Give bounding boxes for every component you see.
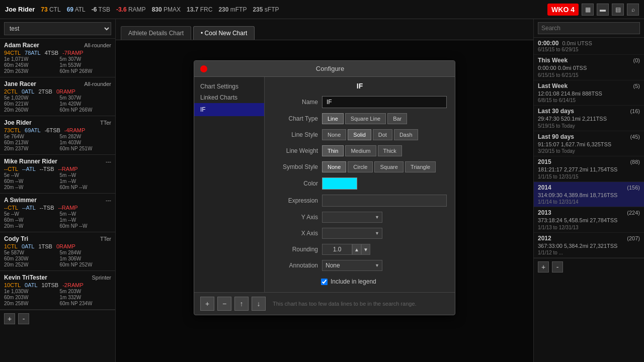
athlete-ctl: --CTL — [4, 166, 18, 172]
symbol-none[interactable]: None — [322, 161, 346, 172]
summary-row[interactable]: 2014 (156) 314:09:30 4,389.8mi 18,716TSS… — [534, 182, 644, 208]
add-right-button[interactable]: + — [538, 261, 549, 273]
metric-item: 1m 553W — [60, 62, 112, 68]
summary-title: 0:00:00 — [538, 40, 558, 47]
modal-content: IF Name Chart Type Line — [265, 77, 455, 292]
athlete-ctl: 1CTL — [4, 243, 18, 249]
y-axis-dropdown[interactable] — [322, 212, 382, 223]
athlete-name: Joe Rider — [5, 6, 35, 13]
athlete-card[interactable]: Mike Runner Rider --- --CTL --ATL --TSB … — [0, 155, 115, 194]
athlete-tsb: 2TSB — [38, 88, 52, 95]
layout-icon-3[interactable]: ▤ — [612, 4, 624, 16]
move-down-button[interactable]: ↓ — [252, 297, 266, 311]
symbol-circle[interactable]: Circle — [348, 161, 373, 172]
athlete-card[interactable]: Cody Tri TTer 1CTL 0ATL 1TSB 0RAMP 5e 58… — [0, 232, 115, 271]
metric-item: 20m 263W — [4, 68, 56, 74]
chart-type-buttons: Line Square Line Bar — [322, 113, 407, 124]
color-row: Color — [273, 177, 447, 190]
add-athlete-button[interactable]: + — [4, 313, 15, 324]
layout-icon-1[interactable]: ▦ — [582, 4, 594, 16]
line-weight-thick[interactable]: Thick — [378, 145, 402, 156]
athlete-atl: 69ATL — [25, 127, 41, 133]
line-weight-medium[interactable]: Medium — [345, 145, 376, 156]
remove-series-button[interactable]: − — [217, 297, 231, 311]
include-legend-checkbox[interactable] — [321, 279, 328, 285]
move-up-button[interactable]: ↑ — [234, 297, 249, 311]
center-panel: Athlete Details Chart • Cool New Chart C… — [116, 19, 533, 362]
metric-item: 1m 332W — [60, 295, 112, 300]
sftp-value: 235 — [253, 6, 263, 13]
color-swatch[interactable] — [322, 177, 357, 190]
athlete-card-name: A Swimmer — [4, 197, 37, 204]
configure-modal: Configure Chart Settings Linked Charts I… — [194, 60, 455, 315]
athlete-card[interactable]: A Swimmer --- --CTL --ATL --TSB --RAMP 5… — [0, 194, 115, 232]
rounding-down-btn[interactable]: ▼ — [361, 244, 370, 255]
linked-charts-item[interactable]: Linked Charts — [194, 92, 264, 103]
athlete-dropdown[interactable]: test — [4, 22, 111, 35]
rounding-input[interactable] — [322, 244, 352, 255]
chart-type-bar[interactable]: Bar — [387, 113, 407, 124]
line-weight-thin[interactable]: Thin — [322, 145, 344, 156]
summary-row[interactable]: 2012 (207) 367:33:00 5,384.2mi 27,321TSS… — [534, 233, 644, 258]
chart-type-row: Chart Type Line Square Line Bar — [273, 113, 447, 124]
mftp-label: mFTP — [230, 6, 247, 13]
summary-row[interactable]: Last Week (5) 12:01:08 214.8mi 888TSS 6/… — [534, 80, 644, 106]
line-style-dash[interactable]: Dash — [394, 129, 418, 140]
mftp-stat: 230 mFTP — [218, 6, 247, 13]
athlete-tsb: 4TSB — [45, 50, 59, 56]
metric-item: 60m NP 252W — [60, 262, 112, 267]
summary-row[interactable]: 2015 (88) 181:21:17 2,277.2mi 11,754TSS … — [534, 156, 644, 182]
modal-close-button[interactable] — [200, 65, 207, 72]
summary-row[interactable]: 0:00:00 0.0mi UTSS 6/15/15 to 6/29/15 — [534, 38, 644, 55]
metric-item: 60m NP 268W — [60, 68, 112, 74]
summary-dates: 6/8/15 to 6/14/15 — [538, 98, 640, 103]
summary-dates: 1/1/15 to 12/31/15 — [538, 174, 640, 179]
summary-row[interactable]: 2013 (224) 373:18:24 5,458.5mi 27,784TSS… — [534, 207, 644, 233]
line-style-dot[interactable]: Dot — [373, 129, 392, 140]
symbol-triangle[interactable]: Triangle — [405, 161, 436, 172]
athlete-card[interactable]: Joe Rider TTer 73CTL 69ATL -6TSB -4RAMP … — [0, 116, 115, 155]
left-panel: test Adam Racer All-rounder 94CTL 78ATL … — [0, 19, 116, 362]
line-style-solid[interactable]: Solid — [348, 129, 371, 140]
summary-row[interactable]: Last 90 days (45) 91:15:07 1,627.7mi 6,3… — [534, 131, 644, 157]
name-input[interactable] — [322, 96, 447, 108]
metric-item: 5m 282W — [60, 134, 112, 139]
summary-count: (156) — [627, 185, 640, 191]
annotation-dropdown[interactable]: None — [322, 260, 382, 271]
metric-item: 5m 307W — [60, 56, 112, 62]
line-style-none[interactable]: None — [322, 129, 346, 140]
summary-count: (45) — [630, 134, 640, 140]
athlete-card-type: TTer — [100, 120, 111, 126]
search-icon[interactable]: ⌕ — [627, 4, 639, 16]
symbol-square[interactable]: Square — [374, 161, 403, 172]
add-series-button[interactable]: + — [200, 297, 214, 311]
summary-row[interactable]: Last 30 days (16) 29:47:30 520.1mi 2,211… — [534, 106, 644, 131]
remove-right-button[interactable]: - — [552, 261, 563, 273]
if-item[interactable]: IF — [194, 103, 264, 116]
metric-item: 1m --W — [60, 178, 112, 184]
chart-settings-item[interactable]: Chart Settings — [194, 81, 264, 92]
athlete-tsb: --TSB — [40, 166, 54, 172]
tab-cool-new-chart[interactable]: • Cool New Chart — [193, 26, 255, 40]
athlete-atl: 0ATL — [22, 88, 34, 95]
layout-icon-2[interactable]: ▬ — [597, 4, 609, 16]
atl-value: 69 — [67, 6, 73, 13]
chart-type-line[interactable]: Line — [322, 113, 344, 124]
athlete-atl: 78ATL — [25, 50, 41, 56]
topbar: Joe Rider 73 CTL 69 ATL -6 TSB -3.6 RAMP… — [0, 0, 644, 19]
search-input[interactable] — [538, 22, 640, 34]
athlete-list: Adam Racer All-rounder 94CTL 78ATL 4TSB … — [0, 39, 115, 310]
athlete-card[interactable]: Adam Racer All-rounder 94CTL 78ATL 4TSB … — [0, 39, 115, 77]
remove-athlete-button[interactable]: - — [18, 313, 29, 324]
athlete-card[interactable]: Kevin TriTester Sprinter 10CTL 0ATL 10TS… — [0, 271, 115, 310]
summary-metrics: 373:18:24 5,458.5mi 27,784TSS — [538, 216, 640, 225]
metric-item: 60m NP --W — [60, 223, 112, 229]
x-axis-dropdown[interactable] — [322, 228, 382, 239]
chart-type-square-line[interactable]: Square Line — [345, 113, 386, 124]
rounding-up-btn[interactable]: ▲ — [352, 244, 361, 255]
expression-input[interactable] — [322, 195, 447, 207]
summary-dates: 6/15/15 to 6/29/15 — [538, 47, 640, 52]
athlete-card[interactable]: Jane Racer All-rounder 2CTL 0ATL 2TSB 0R… — [0, 77, 115, 116]
tab-athlete-details[interactable]: Athlete Details Chart — [121, 26, 191, 40]
summary-row[interactable]: This Week (0) 0:00:00 0.0mi 0TSS 6/15/15… — [534, 55, 644, 80]
